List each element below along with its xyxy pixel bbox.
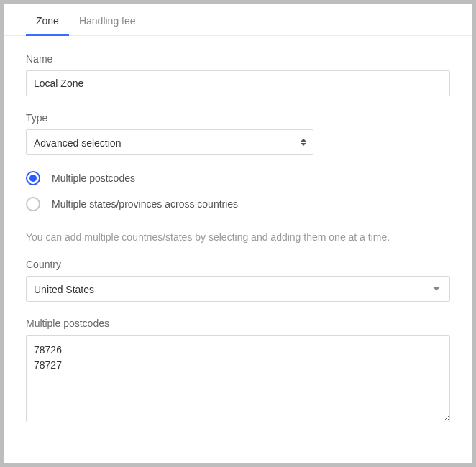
tab-bar: Zone Handling fee xyxy=(4,4,472,36)
radio-states-label: Multiple states/provinces across countri… xyxy=(52,198,238,210)
postcodes-textarea[interactable] xyxy=(26,335,450,422)
radio-icon xyxy=(26,197,40,211)
radio-icon xyxy=(26,171,40,185)
field-type: Type Advanced selection xyxy=(26,112,450,155)
type-select-wrap: Advanced selection xyxy=(26,129,313,155)
country-select-wrap: United States xyxy=(26,276,450,302)
selection-mode-radios: Multiple postcodes Multiple states/provi… xyxy=(26,171,450,211)
tab-zone[interactable]: Zone xyxy=(26,6,69,35)
country-label: Country xyxy=(26,259,450,270)
name-input[interactable] xyxy=(26,70,450,96)
field-name: Name xyxy=(26,53,450,96)
radio-multiple-postcodes[interactable]: Multiple postcodes xyxy=(26,171,450,185)
type-select[interactable]: Advanced selection xyxy=(26,129,313,155)
tab-handling-fee[interactable]: Handling fee xyxy=(69,6,146,35)
radio-postcodes-label: Multiple postcodes xyxy=(52,172,135,184)
radio-multiple-states[interactable]: Multiple states/provinces across countri… xyxy=(26,197,450,211)
form-content: Name Type Advanced selection Multiple po… xyxy=(4,36,472,433)
zone-panel: Zone Handling fee Name Type Advanced sel… xyxy=(4,4,472,463)
country-select[interactable]: United States xyxy=(26,276,450,302)
field-postcodes: Multiple postcodes xyxy=(26,318,450,425)
field-country: Country United States xyxy=(26,259,450,302)
postcodes-label: Multiple postcodes xyxy=(26,318,450,329)
type-label: Type xyxy=(26,112,450,124)
name-label: Name xyxy=(26,53,450,65)
hint-text: You can add multiple countries/states by… xyxy=(26,231,450,243)
